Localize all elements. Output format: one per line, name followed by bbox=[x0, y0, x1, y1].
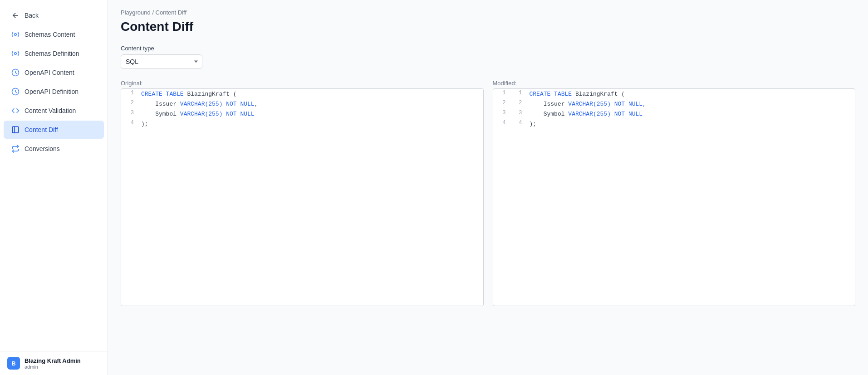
page-title: Content Diff bbox=[121, 19, 855, 34]
modified-code-table: 1 1 CREATE TABLE BlazingKraft ( 2 2 Issu… bbox=[493, 89, 855, 129]
sidebar-item-content-validation[interactable]: Content Validation bbox=[4, 102, 104, 120]
sidebar-item-openapi-content[interactable]: OpenAPI Content bbox=[4, 63, 104, 82]
code-line-4: 4 ); bbox=[121, 119, 483, 129]
line-num-mod: 3 bbox=[510, 109, 526, 119]
line-num-orig: 4 bbox=[493, 119, 510, 129]
sidebar-nav: Back Schemas Content Schem bbox=[0, 0, 108, 351]
sidebar-footer: B Blazing Kraft Admin admin bbox=[0, 351, 108, 375]
diff-separator-line bbox=[488, 120, 488, 138]
line-num-orig: 3 bbox=[493, 109, 510, 119]
openapi-content-icon bbox=[11, 68, 20, 77]
sidebar-item-content-diff[interactable]: Content Diff bbox=[4, 121, 104, 139]
line-content: Issuer VARCHAR(255) NOT NULL, bbox=[137, 99, 483, 109]
sidebar-item-label: Content Diff bbox=[25, 126, 58, 133]
code-line-m4: 4 4 ); bbox=[493, 119, 855, 129]
diff-original-label: Original: bbox=[121, 80, 484, 87]
sidebar-item-label: Conversions bbox=[25, 145, 60, 152]
diff-modified-label: Modified: bbox=[493, 80, 856, 87]
line-num-mod: 4 bbox=[510, 119, 526, 129]
line-content: ); bbox=[526, 119, 855, 129]
sidebar-item-openapi-definition[interactable]: OpenAPI Definition bbox=[4, 83, 104, 101]
sidebar-item-label: OpenAPI Content bbox=[25, 69, 74, 76]
schemas-definition-icon bbox=[11, 49, 20, 58]
line-num-mod: 1 bbox=[510, 89, 526, 99]
line-content: Symbol VARCHAR(255) NOT NULL bbox=[526, 109, 855, 119]
diff-modified-editor[interactable]: 1 1 CREATE TABLE BlazingKraft ( 2 2 Issu… bbox=[493, 88, 856, 306]
line-content: CREATE TABLE BlazingKraft ( bbox=[137, 89, 483, 99]
code-line-2: 2 Issuer VARCHAR(255) NOT NULL, bbox=[121, 99, 483, 109]
line-num: 2 bbox=[121, 99, 137, 109]
line-num-orig: 1 bbox=[493, 89, 510, 99]
diff-modified-panel: 1 1 CREATE TABLE BlazingKraft ( 2 2 Issu… bbox=[493, 88, 856, 306]
line-content: Symbol VARCHAR(255) NOT NULL bbox=[137, 109, 483, 119]
code-line-1: 1 CREATE TABLE BlazingKraft ( bbox=[121, 89, 483, 99]
content-diff-icon bbox=[11, 125, 20, 134]
conversions-icon bbox=[11, 144, 20, 153]
avatar: B bbox=[7, 357, 20, 370]
diff-separator bbox=[484, 88, 493, 306]
original-code-table: 1 CREATE TABLE BlazingKraft ( 2 Issuer V… bbox=[121, 89, 483, 129]
sidebar-item-label: Schemas Content bbox=[25, 31, 75, 38]
back-icon bbox=[11, 11, 20, 20]
diff-container: 1 CREATE TABLE BlazingKraft ( 2 Issuer V… bbox=[121, 88, 855, 306]
sidebar: Back Schemas Content Schem bbox=[0, 0, 108, 375]
code-line-m2: 2 2 Issuer VARCHAR(255) NOT NULL, bbox=[493, 99, 855, 109]
svg-point-2 bbox=[15, 53, 17, 55]
sidebar-item-label: Content Validation bbox=[25, 107, 76, 114]
sidebar-item-conversions[interactable]: Conversions bbox=[4, 140, 104, 158]
user-name: Blazing Kraft Admin bbox=[25, 357, 81, 364]
diff-label-sep bbox=[484, 80, 493, 87]
line-num-mod: 2 bbox=[510, 99, 526, 109]
content-type-select-wrapper[interactable]: SQL JSON YAML XML bbox=[121, 54, 202, 69]
diff-original-panel: 1 CREATE TABLE BlazingKraft ( 2 Issuer V… bbox=[121, 88, 484, 306]
user-role: admin bbox=[25, 364, 81, 370]
content-type-select[interactable]: SQL JSON YAML XML bbox=[121, 54, 202, 69]
code-line-m3: 3 3 Symbol VARCHAR(255) NOT NULL bbox=[493, 109, 855, 119]
diff-labels-row: Original: Modified: bbox=[121, 80, 855, 87]
line-content: CREATE TABLE BlazingKraft ( bbox=[526, 89, 855, 99]
openapi-definition-icon bbox=[11, 87, 20, 96]
code-line-3: 3 Symbol VARCHAR(255) NOT NULL bbox=[121, 109, 483, 119]
line-num: 4 bbox=[121, 119, 137, 129]
svg-rect-5 bbox=[12, 127, 19, 133]
line-num: 1 bbox=[121, 89, 137, 99]
main-content: Playground / Content Diff Content Diff C… bbox=[108, 0, 868, 375]
line-num-orig: 2 bbox=[493, 99, 510, 109]
sidebar-item-schemas-content[interactable]: Schemas Content bbox=[4, 25, 104, 44]
content-type-label: Content type bbox=[121, 45, 855, 52]
schemas-content-icon bbox=[11, 30, 20, 39]
user-info: Blazing Kraft Admin admin bbox=[25, 357, 81, 370]
svg-point-1 bbox=[15, 34, 17, 36]
content-validation-icon bbox=[11, 106, 20, 115]
line-content: ); bbox=[137, 119, 483, 129]
line-num: 3 bbox=[121, 109, 137, 119]
sidebar-item-label: OpenAPI Definition bbox=[25, 88, 78, 95]
sidebar-item-schemas-definition[interactable]: Schemas Definition bbox=[4, 44, 104, 63]
line-content: Issuer VARCHAR(255) NOT NULL, bbox=[526, 99, 855, 109]
code-line-m1: 1 1 CREATE TABLE BlazingKraft ( bbox=[493, 89, 855, 99]
sidebar-item-back[interactable]: Back bbox=[4, 6, 104, 24]
back-label: Back bbox=[25, 12, 39, 19]
diff-original-editor[interactable]: 1 CREATE TABLE BlazingKraft ( 2 Issuer V… bbox=[121, 88, 484, 306]
breadcrumb: Playground / Content Diff bbox=[121, 9, 855, 16]
sidebar-item-label: Schemas Definition bbox=[25, 50, 79, 57]
content-area: Playground / Content Diff Content Diff C… bbox=[108, 0, 868, 375]
